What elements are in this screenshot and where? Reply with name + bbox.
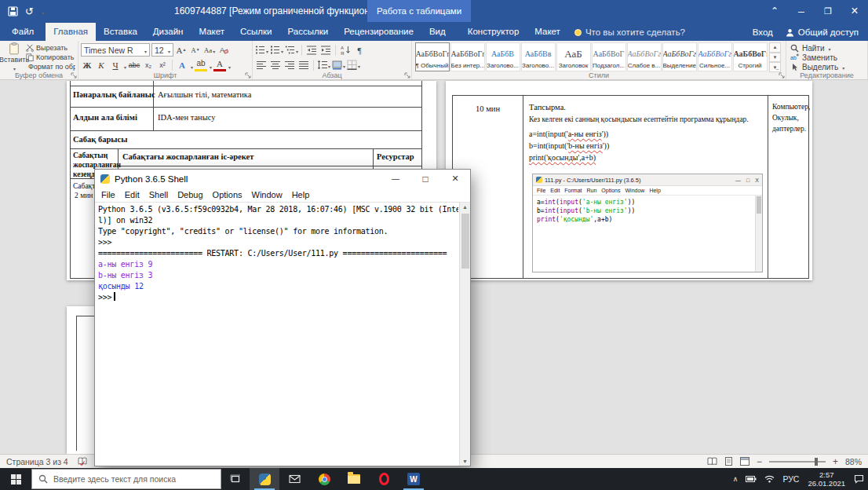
bold-button[interactable]: Ж [81,58,93,71]
text-effects-button[interactable]: А [176,58,188,71]
hidden-icons-chevron[interactable] [729,468,742,490]
font-size-combo[interactable]: 12 [151,43,173,57]
customize-quick-access-icon[interactable] [41,4,44,18]
tab-view[interactable]: Вид [421,23,454,41]
tab-design[interactable]: Дизайн [145,23,191,41]
copy-button[interactable]: Копировать [26,53,75,62]
taskbar-app-word[interactable]: W [399,468,429,490]
multilevel-list-button[interactable] [285,43,298,57]
menu-item-shell[interactable]: Shell [144,190,173,199]
borders-button[interactable] [347,58,360,71]
tab-review[interactable]: Рецензирование [336,23,421,41]
tab-references[interactable]: Ссылки [232,23,280,41]
task-view-button[interactable] [221,468,250,490]
justify-button[interactable] [297,58,310,71]
style-emphasis[interactable]: АаБбВоГг.Выделение [662,42,697,71]
cut-button[interactable]: Вырезать [26,43,75,53]
tab-table-design[interactable]: Конструктор [460,23,527,41]
maximize-button[interactable] [410,170,440,188]
battery-icon[interactable] [742,468,760,490]
shell-body[interactable]: Python 3.6.5 (v3.6.5:f59c0932b4, Mar 28 … [95,203,470,466]
undo-icon[interactable]: ↺ [25,5,34,17]
zoom-slider[interactable] [769,461,826,463]
paste-button[interactable]: Вставить [2,42,26,72]
start-button[interactable] [0,468,31,490]
superscript-button[interactable]: x² [156,58,169,71]
decrease-indent-button[interactable] [305,43,318,57]
italic-button[interactable]: К [95,58,108,71]
underline-button[interactable]: Ч [109,58,122,71]
tab-layout[interactable]: Макет [191,23,232,41]
menu-item-edit[interactable]: Edit [120,190,144,199]
menu-item-options[interactable]: Options [208,190,247,199]
menu-item-window[interactable]: Window [247,190,287,199]
tab-home[interactable]: Главная [46,23,96,41]
style-normal[interactable]: АаБбВоГг,¶ Обычный [415,42,450,71]
taskbar-app-mail[interactable] [279,468,309,490]
increase-indent-button[interactable] [319,43,332,57]
subscript-button[interactable]: x₂ [142,58,155,71]
menu-item-run[interactable]: Run [585,188,600,193]
taskbar-app-opera[interactable] [369,468,399,490]
taskbar-app-file-explorer[interactable] [339,468,369,490]
action-center-icon[interactable] [850,468,868,490]
format-painter-button[interactable]: Формат по образцу [26,62,75,71]
taskbar-search-input[interactable]: Введите здесь текст для поиска [31,469,221,489]
editor-scrollbar[interactable] [755,196,762,272]
strikethrough-button[interactable]: abc [128,58,140,71]
tab-mailings[interactable]: Рассылки [280,23,337,41]
tab-insert[interactable]: Вставка [96,23,145,41]
network-wifi-icon[interactable] [760,468,779,490]
close-button[interactable] [841,0,868,22]
menu-item-edit[interactable]: Edit [548,188,562,193]
style-strong[interactable]: АаБбВоГг,Строгий [733,42,768,71]
underline-caret-icon[interactable] [123,58,126,72]
font-family-combo[interactable]: Times New R [81,43,150,57]
line-spacing-button[interactable] [317,58,330,71]
taskbar-app-idle-python[interactable] [250,468,279,490]
style-no-spacing[interactable]: АаБбВоГг,Без интер... [450,42,485,71]
menu-item-file[interactable]: File [534,188,548,193]
highlight-color-button[interactable]: ab [195,58,207,71]
taskbar-clock[interactable]: 2:57 26.01.2021 [803,470,850,488]
grow-font-button[interactable]: А▲ [175,43,188,57]
menu-item-options[interactable]: Options [599,188,622,193]
menu-item-file[interactable]: File [97,190,120,199]
zoom-out-button[interactable]: − [757,458,762,466]
shell-titlebar[interactable]: Python 3.6.5 Shell [95,170,470,188]
show-marks-button[interactable]: ¶ [353,43,366,57]
scrollbar-thumb[interactable] [757,196,761,214]
proofing-icon[interactable] [78,457,87,466]
menu-item-format[interactable]: Format [562,188,584,193]
style-subtitle[interactable]: АаБбВоГПодзагол... [592,42,626,71]
text-effects-caret-icon[interactable] [190,58,193,72]
shell-scrollbar[interactable]: ▲ ▼ [459,203,470,466]
style-intense-emphasis[interactable]: АаБбВоГг,Сильное... [698,42,732,71]
python-shell-window[interactable]: Python 3.6.5 Shell FileEditShellDebugOpt… [94,169,471,466]
style-subtle-emphasis[interactable]: АаБбВоГг.Слабое в... [627,42,662,71]
close-button[interactable] [440,170,470,188]
find-button[interactable]: Найти [790,43,863,53]
menu-item-help[interactable]: Help [287,190,315,199]
style-heading2[interactable]: АаБбВвЗаголово... [521,42,556,71]
restore-button[interactable] [815,0,841,22]
share-button[interactable]: Общий доступ [786,27,859,37]
tell-me-box[interactable]: Что вы хотите сделать? [568,27,691,41]
style-heading1[interactable]: АаБбВЗаголово... [486,42,520,71]
zoom-slider-thumb[interactable] [815,458,818,466]
dialog-launcher-icon[interactable] [245,72,251,79]
scroll-up-icon[interactable]: ▲ [462,204,468,210]
menu-item-help[interactable]: Help [647,188,662,193]
menu-item-debug[interactable]: Debug [173,190,207,199]
shrink-font-button[interactable]: А▼ [189,43,202,57]
shading-button[interactable] [332,58,345,71]
align-right-button[interactable] [283,58,296,71]
bullets-button[interactable] [255,43,268,57]
dialog-launcher-icon[interactable] [779,72,785,79]
gallery-up-icon[interactable]: ▲ [769,42,781,53]
ribbon-display-options-button[interactable] [761,0,788,22]
numbering-button[interactable] [270,43,283,57]
clear-formatting-button[interactable]: А [217,43,230,57]
sign-in-link[interactable]: Вход [753,27,773,37]
read-mode-icon[interactable] [707,457,717,466]
